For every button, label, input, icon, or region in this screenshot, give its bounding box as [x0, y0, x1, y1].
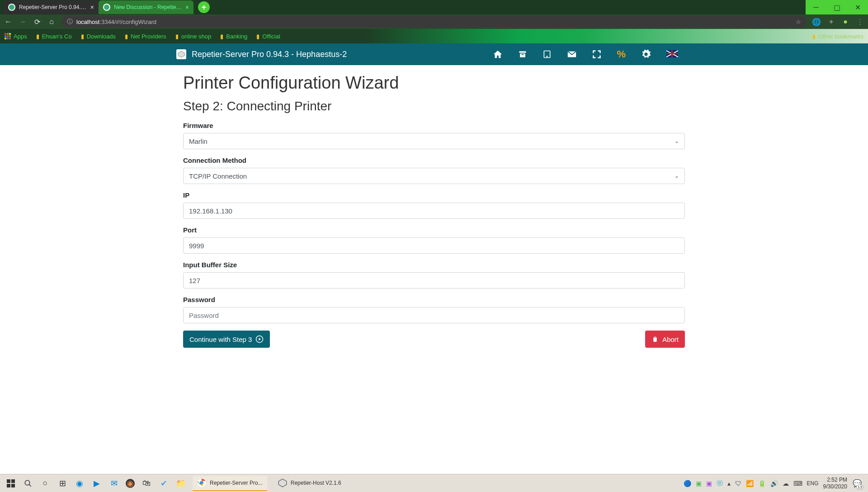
close-icon[interactable]: ×: [90, 4, 94, 11]
abort-button[interactable]: Abort: [645, 331, 685, 348]
field-firmware: Firmware Marlin ⌄: [183, 122, 685, 149]
nav-bar: ← → ⟳ ⌂ ⓘ localhost:3344/#!/configWizard…: [0, 14, 868, 29]
volume-icon[interactable]: 🔊: [770, 480, 778, 487]
tablet-icon[interactable]: [542, 50, 552, 59]
home-icon[interactable]: [493, 49, 503, 59]
forward-icon[interactable]: →: [18, 18, 27, 26]
svg-rect-5: [522, 54, 524, 55]
browser-tab-inactive[interactable]: New Discussion - Repetier-Forum ×: [99, 0, 193, 14]
onedrive-icon[interactable]: ☁: [783, 480, 789, 487]
taskbar-app-label: Repetier-Server Pro...: [210, 480, 263, 486]
close-button[interactable]: ✕: [847, 0, 868, 14]
groove-icon[interactable]: ◉: [126, 479, 135, 488]
bookmark-item[interactable]: ▮Ehsan's Co: [36, 33, 72, 40]
tray-icon[interactable]: 🔵: [684, 480, 691, 487]
battery-icon[interactable]: 🔋: [758, 480, 766, 487]
bookmark-label: Other bookmarks: [818, 33, 863, 40]
address-bar[interactable]: ⓘ localhost:3344/#!/configWizard ☆: [61, 16, 807, 28]
bookmark-apps[interactable]: Apps: [5, 33, 27, 40]
start-icon[interactable]: [5, 478, 16, 489]
svg-rect-3: [519, 51, 526, 52]
svg-point-7: [547, 56, 548, 57]
tray-icon[interactable]: ▴: [727, 480, 731, 487]
folder-icon: ▮: [175, 33, 179, 40]
clock-time: 2:52 PM: [823, 477, 847, 483]
menu-icon[interactable]: ⋮: [855, 18, 864, 26]
taskbar-app-label: Repetier-Host V2.1.6: [291, 480, 341, 486]
taskbar-right: 🔵 ▣ ▣ ⓔ ▴ 🛡 📶 🔋 🔊 ☁ ⌨ ENG 2:52 PM 9/30/2…: [684, 477, 866, 490]
back-icon[interactable]: ←: [4, 18, 13, 26]
home-icon[interactable]: ⌂: [47, 18, 56, 26]
password-input[interactable]: [183, 307, 685, 323]
site-info-icon[interactable]: ⓘ: [67, 18, 73, 26]
svg-line-14: [29, 484, 31, 487]
abort-label: Abort: [662, 336, 679, 343]
store-icon[interactable]: 🛍: [141, 478, 152, 489]
movies-icon[interactable]: ▶: [91, 478, 102, 489]
edge-icon[interactable]: ◉: [74, 478, 85, 489]
buffer-input[interactable]: [183, 272, 685, 289]
bookmark-item[interactable]: ▮Downloads: [81, 33, 116, 40]
browser-chrome: Repetier-Server Pro 0.94.3 - Heph × New …: [0, 0, 868, 43]
page-title: Printer Configuration Wizard: [183, 73, 685, 93]
bookmark-label: Net Providers: [131, 33, 166, 40]
tray-icon[interactable]: ⓔ: [717, 479, 723, 487]
bookmark-item[interactable]: ▮Official: [256, 33, 280, 40]
percent-icon[interactable]: %: [617, 48, 626, 60]
gear-icon[interactable]: [641, 49, 651, 59]
field-buffer: Input Buffer Size: [183, 261, 685, 289]
shield-icon[interactable]: 🛡: [735, 480, 741, 487]
search-icon[interactable]: [23, 478, 33, 489]
tray-icon[interactable]: ▣: [696, 480, 702, 487]
minimize-button[interactable]: ─: [806, 0, 826, 14]
language-indicator[interactable]: ENG: [807, 480, 819, 487]
other-bookmarks[interactable]: ▮Other bookmarks: [812, 33, 863, 40]
bookmark-item[interactable]: ▮Net Providers: [125, 33, 166, 40]
clock[interactable]: 2:52 PM 9/30/2020: [823, 477, 847, 490]
reload-icon[interactable]: ⟳: [33, 18, 42, 26]
brand[interactable]: Repetier-Server Pro 0.94.3 - Hephaestus-…: [176, 49, 347, 59]
taskbar-app-chrome[interactable]: Repetier-Server Pro...: [193, 476, 267, 491]
archive-icon[interactable]: [518, 50, 527, 59]
cortana-icon[interactable]: ○: [40, 478, 51, 489]
close-icon[interactable]: ×: [185, 4, 189, 11]
star-icon[interactable]: ☆: [796, 19, 801, 25]
continue-button[interactable]: Continue with Step 3: [183, 331, 270, 348]
taskbar-left: ○ ⊞ ◉ ▶ ✉ ◉ 🛍 ✔ 📁 Repetier-Server Pro...…: [2, 476, 346, 491]
taskview-icon[interactable]: ⊞: [57, 478, 68, 489]
profile-icon[interactable]: ●: [841, 18, 850, 26]
notifications-icon[interactable]: 💬13: [852, 478, 863, 489]
taskbar-app-repetier[interactable]: Repetier-Host V2.1.6: [274, 476, 346, 491]
new-tab-button[interactable]: +: [198, 1, 210, 13]
language-flag-icon[interactable]: [666, 49, 678, 60]
tab-title: Repetier-Server Pro 0.94.3 - Heph: [19, 4, 87, 10]
button-row: Continue with Step 3 Abort: [183, 331, 685, 348]
connection-select[interactable]: TCP/IP Connection ⌄: [183, 168, 685, 184]
mail-icon[interactable]: [567, 49, 577, 59]
favicon-icon: [8, 4, 15, 11]
fullscreen-icon[interactable]: [592, 50, 601, 59]
browser-tab-active[interactable]: Repetier-Server Pro 0.94.3 - Heph ×: [4, 0, 99, 14]
ip-input[interactable]: [183, 203, 685, 219]
todo-icon[interactable]: ✔: [158, 478, 169, 489]
svg-point-13: [25, 480, 30, 485]
arrow-right-circle-icon: [255, 335, 264, 343]
folder-icon: ▮: [812, 33, 816, 40]
mail-app-icon[interactable]: ✉: [108, 478, 119, 489]
tray-icon[interactable]: ▣: [706, 480, 712, 487]
bookmark-item[interactable]: ▮online shop: [175, 33, 212, 40]
keyboard-icon[interactable]: ⌨: [793, 480, 802, 487]
wifi-icon[interactable]: 📶: [746, 480, 754, 487]
firmware-select[interactable]: Marlin ⌄: [183, 133, 685, 149]
maximize-button[interactable]: ▢: [826, 0, 847, 14]
svg-rect-10: [11, 479, 15, 483]
bookmark-label: online shop: [181, 33, 212, 40]
bookmark-label: Downloads: [87, 33, 116, 40]
extension-icon[interactable]: 🌐: [812, 18, 821, 26]
explorer-icon[interactable]: 📁: [175, 478, 186, 489]
port-input[interactable]: [183, 237, 685, 254]
puzzle-icon[interactable]: ✦: [826, 18, 835, 26]
bookmark-item[interactable]: ▮Banking: [220, 33, 247, 40]
chevron-down-icon: ⌄: [675, 138, 679, 144]
field-password: Password: [183, 296, 685, 323]
